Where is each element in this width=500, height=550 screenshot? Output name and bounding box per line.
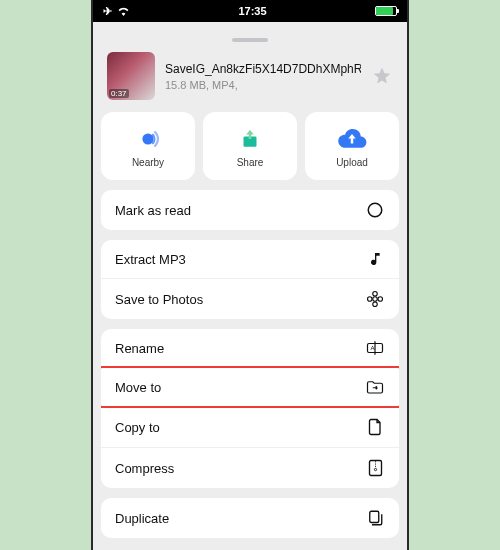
duplicate-icon — [365, 509, 385, 527]
menu-list: Mark as read Extract MP3 Save to Photos — [101, 190, 399, 550]
row-label: Save to Photos — [115, 292, 203, 307]
video-thumbnail[interactable]: 0:37 — [107, 52, 155, 100]
row-label: Duplicate — [115, 511, 169, 526]
svg-point-5 — [373, 302, 378, 307]
file-header: 0:37 SaveIG_An8kzFi5X14D7DDhXMphRfwQ_Dte… — [101, 52, 399, 112]
flower-icon — [365, 290, 385, 308]
svg-point-4 — [373, 292, 378, 297]
rename-row[interactable]: Rename A — [101, 329, 399, 367]
svg-point-2 — [368, 203, 382, 217]
upload-icon — [337, 125, 367, 153]
row-label: Move to — [115, 380, 161, 395]
mark-read-row[interactable]: Mark as read — [101, 190, 399, 230]
nearby-icon — [134, 125, 162, 153]
share-sheet: 0:37 SaveIG_An8kzFi5X14D7DDhXMphRfwQ_Dte… — [93, 30, 407, 550]
sheet-grabber[interactable] — [232, 38, 268, 42]
wifi-icon — [117, 6, 130, 16]
nearby-label: Nearby — [132, 157, 164, 168]
duplicate-row[interactable]: Duplicate — [101, 498, 399, 538]
svg-rect-14 — [370, 511, 379, 522]
document-icon — [365, 418, 385, 436]
row-label: Compress — [115, 461, 174, 476]
upload-button[interactable]: Upload — [305, 112, 399, 180]
save-photos-row[interactable]: Save to Photos — [101, 278, 399, 319]
svg-point-3 — [373, 297, 378, 302]
file-name: SaveIG_An8kzFi5X14D7DDhXMphRfwQ_DteM6vka… — [165, 62, 361, 77]
upload-label: Upload — [336, 157, 368, 168]
file-meta: 15.8 MB, MP4, — [165, 79, 361, 91]
svg-text:A: A — [371, 345, 375, 351]
favorite-button[interactable] — [371, 65, 393, 87]
svg-point-13 — [374, 468, 376, 470]
music-icon — [365, 251, 385, 267]
share-label: Share — [237, 157, 264, 168]
rename-icon: A — [365, 340, 385, 356]
status-bar: ✈ 17:35 — [93, 0, 407, 22]
row-label: Copy to — [115, 420, 160, 435]
row-label: Mark as read — [115, 203, 191, 218]
battery-icon — [375, 6, 397, 16]
duration-badge: 0:37 — [109, 89, 129, 98]
svg-point-7 — [378, 297, 383, 302]
compress-row[interactable]: Compress — [101, 447, 399, 488]
row-label: Extract MP3 — [115, 252, 186, 267]
share-button[interactable]: Share — [203, 112, 297, 180]
row-label: Rename — [115, 341, 164, 356]
nearby-button[interactable]: Nearby — [101, 112, 195, 180]
svg-point-6 — [368, 297, 373, 302]
share-icon — [237, 125, 263, 153]
extract-mp3-row[interactable]: Extract MP3 — [101, 240, 399, 278]
circle-icon — [365, 201, 385, 219]
move-to-row[interactable]: Move to — [101, 367, 399, 406]
copy-to-row[interactable]: Copy to — [101, 406, 399, 447]
zip-icon — [365, 459, 385, 477]
clock: 17:35 — [238, 5, 266, 17]
airplane-icon: ✈ — [103, 5, 112, 18]
folder-arrow-icon — [365, 379, 385, 395]
